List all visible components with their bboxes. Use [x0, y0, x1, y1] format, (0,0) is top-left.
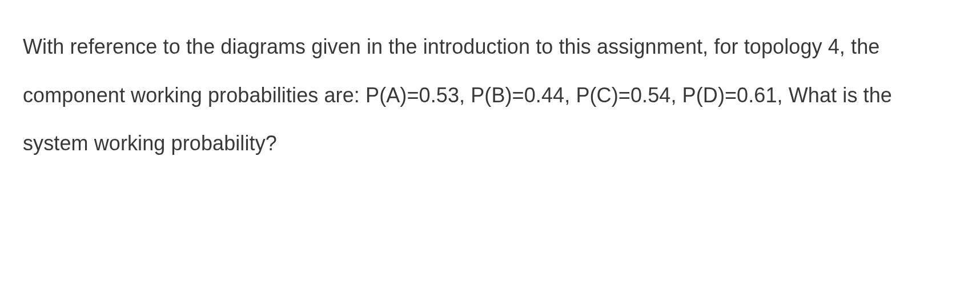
question-text: With reference to the diagrams given in …: [23, 23, 957, 168]
